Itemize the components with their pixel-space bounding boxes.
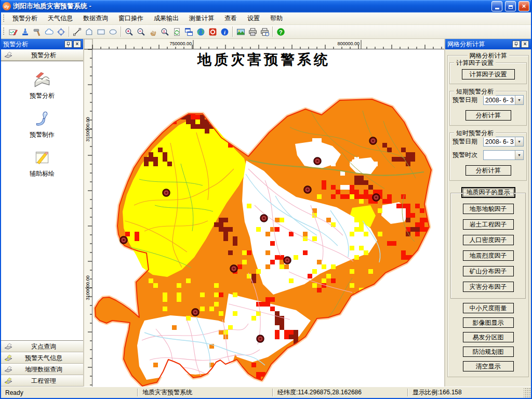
menu-view[interactable]: 查看 — [219, 12, 242, 25]
pin-button[interactable] — [512, 41, 520, 48]
menu-data-query[interactable]: 数据查询 — [78, 12, 113, 25]
restore-icon — [509, 5, 513, 9]
zoom-out-icon — [137, 28, 145, 36]
ellipse-draw-icon — [109, 28, 117, 36]
menu-measure-calc[interactable]: 测量计算 — [184, 12, 219, 25]
close-button[interactable]: × — [518, 1, 529, 11]
hammer-tool-button[interactable] — [31, 26, 43, 38]
warn-date-combo[interactable]: 2008- 6- 3 ▼ — [483, 95, 524, 105]
immediate-analyze-button[interactable]: 分析计算 — [466, 165, 511, 176]
minimize-button[interactable] — [491, 1, 502, 11]
immediate-date-combo[interactable]: 2008- 6- 3 ▼ — [483, 137, 524, 147]
rainfall-button[interactable]: 中小尺度雨量 — [463, 303, 514, 313]
susceptibility-map-button[interactable]: 易发分区图 — [463, 332, 514, 342]
item-label: 预警分析 — [30, 91, 55, 100]
toolbar-separator — [232, 26, 233, 37]
immediate-time-combo[interactable]: ▼ — [483, 150, 524, 160]
cloud-button[interactable] — [43, 26, 55, 38]
zoom-in-button[interactable] — [123, 26, 135, 38]
chevron-down-icon[interactable]: ▼ — [515, 151, 523, 159]
menu-warn-analysis[interactable]: 预警分析 — [7, 12, 43, 25]
factor-buttons-group: 地形地貌因子 岩土工程因子 人口密度因子 地震烈度因子 矿山分布因子 灾害分布因… — [450, 193, 526, 299]
geo-factor-display-button[interactable]: 地质因子的显示 — [461, 187, 515, 198]
geotech-factor-button[interactable]: 岩土工程因子 — [463, 219, 514, 230]
title-bar[interactable]: dy 浏阳市地质灾害预警系统 - × — [1, 0, 531, 12]
menu-settings[interactable]: 设置 — [242, 12, 265, 25]
section-geo-data-query[interactable]: 地理数据查询 — [1, 364, 83, 375]
item-warn-make[interactable]: 预警制作 — [30, 108, 55, 139]
town-marker — [257, 335, 264, 342]
help-button[interactable]: ? — [275, 26, 287, 38]
map-viewport[interactable]: 750000.00800000.003150000.003100000.00 地… — [84, 39, 444, 387]
polygon-draw-icon — [85, 28, 94, 36]
image-display-button[interactable] — [235, 26, 247, 38]
info-button[interactable]: i — [219, 26, 231, 38]
town-marker — [304, 186, 311, 193]
left-panel-content: 预警分析 预警制作 — [1, 61, 83, 341]
ellipse-draw-button[interactable] — [107, 26, 119, 38]
record-stop-button[interactable] — [207, 26, 219, 38]
rect-draw-button[interactable] — [95, 26, 107, 38]
left-panel-close-button[interactable]: × — [73, 41, 81, 48]
map-edit-icon — [9, 28, 18, 36]
section-project-mgmt[interactable]: 工程管理 — [1, 375, 83, 387]
town-marker — [369, 137, 377, 144]
population-factor-button[interactable]: 人口密度因子 — [463, 235, 514, 245]
polygon-draw-button[interactable] — [83, 26, 95, 38]
left-panel-section-header[interactable]: 预警分析 — [1, 49, 83, 61]
short-term-analyze-button[interactable]: 分析计算 — [466, 110, 511, 121]
menu-window-ops[interactable]: 窗口操作 — [113, 12, 149, 25]
chevron-down-icon[interactable]: ▼ — [515, 137, 523, 146]
zoom-scale-button[interactable]: ± — [159, 26, 171, 38]
zoom-out-button[interactable] — [135, 26, 147, 38]
menubar-grip[interactable] — [3, 15, 5, 23]
disaster-factor-button[interactable]: 灾害分布因子 — [463, 282, 514, 292]
left-panel-title: 预警分析 — [3, 40, 63, 49]
image-display-icon — [236, 28, 245, 36]
resize-grip[interactable] — [524, 387, 531, 398]
pan-hand-button[interactable] — [147, 26, 159, 38]
print-button[interactable] — [247, 26, 259, 38]
pan-hand-icon — [149, 28, 157, 36]
line-draw-button[interactable] — [71, 26, 83, 38]
right-panel-close-button[interactable]: × — [521, 41, 529, 48]
status-app-name: 地质灾害预警系统 — [138, 387, 272, 398]
globe-button[interactable] — [195, 26, 207, 38]
calc-factor-label: 计算因子设置 — [454, 59, 496, 68]
refresh-view-button[interactable] — [171, 26, 183, 38]
prevention-plan-button[interactable]: 防治规划图 — [463, 347, 514, 357]
item-aux-plot[interactable]: 辅助标绘 — [30, 147, 55, 178]
pin-icon — [513, 42, 519, 47]
clear-display-button[interactable]: 清空显示 — [463, 361, 514, 371]
section-warn-weather[interactable]: 预警天气信息 — [1, 352, 83, 364]
svg-text:?: ? — [279, 29, 283, 35]
restore-button[interactable] — [505, 1, 516, 11]
map-canvas[interactable]: 750000.00800000.003150000.003100000.00 地… — [84, 39, 444, 387]
etch-icon — [4, 342, 12, 351]
map-edit-button[interactable] — [7, 26, 19, 38]
menu-help[interactable]: 帮助 — [265, 12, 288, 25]
imagery-button[interactable]: 影像图显示 — [463, 317, 514, 328]
section-disaster-query[interactable]: 灾点查询 — [1, 341, 83, 352]
section-header-label: 预警分析 — [15, 51, 80, 60]
warn-make-icon — [32, 108, 52, 128]
menu-weather-info[interactable]: 天气信息 — [43, 12, 78, 25]
calc-factor-settings-button[interactable]: 计算因子设置 — [462, 69, 515, 79]
terrain-factor-button[interactable]: 地形地貌因子 — [463, 204, 514, 214]
toolbar-separator — [121, 26, 122, 37]
mine-factor-button[interactable]: 矿山分布因子 — [463, 266, 514, 276]
pin-button[interactable] — [64, 41, 72, 48]
paint-stamp-button[interactable] — [19, 26, 31, 38]
immediate-date-value: 2008- 6- 3 — [484, 137, 515, 146]
cascade-windows-button[interactable] — [183, 26, 195, 38]
chevron-down-icon[interactable]: ▼ — [515, 96, 523, 104]
toolbar-grip[interactable] — [3, 28, 5, 36]
print-preview-button[interactable] — [259, 26, 271, 38]
menu-result-output[interactable]: 成果输出 — [149, 12, 184, 25]
item-warn-analysis[interactable]: 预警分析 — [30, 69, 55, 100]
seismic-factor-button[interactable]: 地震烈度因子 — [463, 250, 514, 261]
center-target-button[interactable] — [55, 26, 67, 38]
center-target-icon — [57, 28, 65, 36]
print-preview-icon — [260, 28, 269, 36]
town-marker — [163, 189, 170, 196]
